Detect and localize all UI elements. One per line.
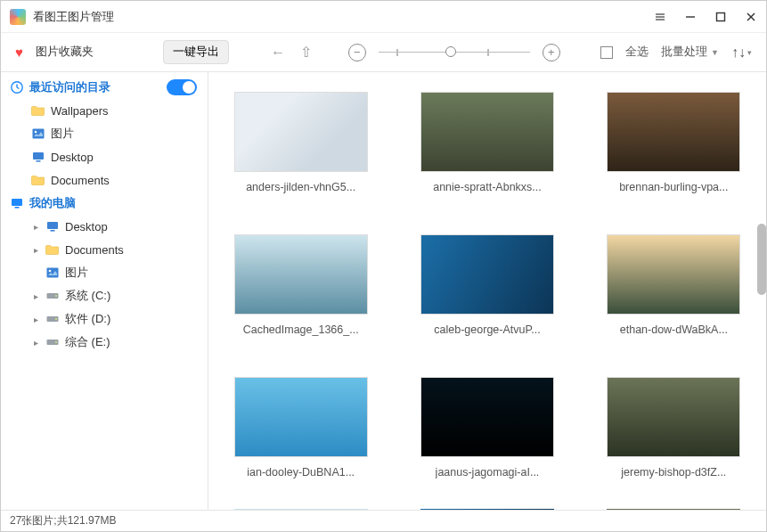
thumbnail-item[interactable]: ethan-dow-dWaBkA... (607, 234, 740, 336)
thumbnail-image[interactable] (607, 234, 740, 315)
folder-icon (31, 127, 45, 141)
sidebar: 最近访问的目录 Wallpapers图片DesktopDocuments 我的电… (1, 72, 208, 510)
thumbnail-caption: annie-spratt-Abnkxs... (433, 181, 542, 193)
expander-icon[interactable]: ▸ (31, 245, 40, 255)
zoom-in-button[interactable]: + (543, 44, 560, 61)
select-all-label: 全选 (625, 45, 649, 60)
up-button[interactable]: ⇧ (298, 44, 314, 61)
select-all-checkbox[interactable] (600, 46, 613, 59)
svg-point-19 (49, 270, 52, 273)
content-area: anders-jilden-vhnG5...annie-spratt-Abnkx… (208, 72, 766, 510)
folder-icon (31, 150, 45, 164)
svg-line-9 (17, 87, 20, 89)
thumbnail-caption: ethan-dow-dWaBkA... (620, 323, 728, 336)
sidebar-item-pc[interactable]: 图片 (1, 261, 208, 284)
sidebar-item-pc[interactable]: ▸综合 (E:) (1, 331, 208, 354)
monitor-icon (10, 196, 24, 210)
app-icon (10, 9, 26, 25)
recent-toggle[interactable] (167, 79, 197, 95)
folder-icon (31, 173, 45, 187)
sidebar-item-label: 图片 (51, 126, 74, 142)
toolbar: ♥ 图片收藏夹 一键导出 ← ⇧ − + 全选 批量处理 ▼ ↑↓▾ (1, 33, 766, 72)
thumbnail-item[interactable]: CachedImage_1366_... (234, 234, 368, 336)
svg-rect-4 (717, 12, 725, 20)
sidebar-item-recent[interactable]: 图片 (1, 122, 208, 145)
thumbnail-caption: brennan-burling-vpa... (619, 181, 728, 193)
zoom-out-button[interactable]: − (348, 44, 366, 61)
close-button[interactable] (745, 11, 757, 23)
thumbnail-image[interactable] (234, 234, 368, 315)
expander-icon[interactable]: ▸ (31, 291, 40, 301)
expander-icon[interactable]: ▸ (31, 222, 40, 232)
sidebar-item-label: 综合 (E:) (65, 334, 110, 350)
clock-icon (10, 80, 24, 94)
batch-label: 批量处理 (661, 45, 707, 60)
statusbar: 27张图片;共121.97MB (1, 510, 766, 531)
sort-button[interactable]: ↑↓▾ (731, 45, 752, 61)
sidebar-item-label: Documents (65, 243, 124, 257)
folder-icon (31, 103, 45, 118)
thumbnail-image[interactable] (607, 377, 740, 457)
drive-icon (45, 335, 60, 349)
sidebar-item-pc[interactable]: ▸Documents (1, 238, 208, 261)
drive-icon (45, 289, 60, 303)
sidebar-item-recent[interactable]: Desktop (1, 145, 208, 168)
minimize-button[interactable] (684, 11, 697, 23)
thumbnail-image[interactable] (234, 92, 368, 172)
window-buttons (654, 11, 757, 23)
thumbnail-caption: ian-dooley-DuBNA1... (247, 466, 355, 479)
thumbnail-partial[interactable] (234, 509, 368, 510)
thumbnail-caption: anders-jilden-vhnG5... (246, 181, 355, 193)
sidebar-mypc-header[interactable]: 我的电脑 (1, 192, 208, 215)
batch-process-dropdown[interactable]: 批量处理 ▼ (661, 45, 719, 60)
maximize-button[interactable] (714, 11, 727, 23)
sidebar-item-pc[interactable]: ▸Desktop (1, 215, 208, 238)
svg-rect-10 (33, 129, 45, 139)
monitor-icon (45, 219, 60, 233)
thumbnail-image[interactable] (607, 92, 740, 172)
recent-label: 最近访问的目录 (29, 79, 110, 95)
thumbnail-item[interactable]: caleb-george-AtvuP... (420, 234, 554, 336)
svg-rect-15 (15, 207, 20, 209)
expander-icon[interactable]: ▸ (31, 315, 40, 324)
thumbnail-item[interactable]: annie-spratt-Abnkxs... (420, 92, 554, 193)
favorites-label[interactable]: 图片收藏夹 (36, 45, 94, 60)
sidebar-item-recent[interactable]: Documents (1, 168, 208, 192)
status-text: 27张图片;共121.97MB (10, 513, 116, 528)
export-button[interactable]: 一键导出 (163, 40, 229, 64)
sidebar-item-label: 系统 (C:) (65, 288, 110, 304)
chevron-down-icon: ▼ (711, 48, 719, 57)
thumbnail-item[interactable]: jaanus-jagomagi-aI... (420, 377, 554, 479)
sidebar-item-pc[interactable]: ▸系统 (C:) (1, 284, 208, 307)
expander-icon[interactable]: ▸ (31, 338, 40, 348)
thumbnail-partial[interactable] (420, 509, 554, 510)
thumbnail-item[interactable]: ian-dooley-DuBNA1... (234, 377, 368, 479)
thumbnail-image[interactable] (234, 377, 368, 457)
sidebar-item-recent[interactable]: Wallpapers (1, 99, 208, 122)
body: 最近访问的目录 Wallpapers图片DesktopDocuments 我的电… (1, 72, 766, 510)
thumbnail-item[interactable]: anders-jilden-vhnG5... (234, 92, 368, 193)
sidebar-recent-header[interactable]: 最近访问的目录 (1, 76, 208, 99)
scrollbar-thumb[interactable] (757, 224, 766, 295)
titlebar: 看图王图片管理 (1, 1, 766, 33)
zoom-slider[interactable] (379, 44, 530, 61)
partial-row (208, 509, 766, 510)
svg-point-23 (55, 318, 57, 320)
thumbnail-image[interactable] (420, 92, 554, 172)
thumbnail-item[interactable]: jeremy-bishop-d3fZ... (607, 377, 740, 479)
sidebar-item-pc[interactable]: ▸软件 (D:) (1, 307, 208, 331)
thumbnail-item[interactable]: brennan-burling-vpa... (607, 92, 740, 193)
heart-icon: ♥ (15, 45, 23, 60)
sidebar-item-label: Desktop (51, 151, 94, 164)
thumbnail-partial[interactable] (607, 509, 740, 510)
thumbnail-image[interactable] (420, 377, 554, 457)
back-button[interactable]: ← (270, 45, 286, 61)
thumbnail-grid: anders-jilden-vhnG5...annie-spratt-Abnkx… (208, 72, 766, 498)
thumbnail-caption: jeremy-bishop-d3fZ... (621, 466, 726, 479)
svg-point-21 (55, 295, 57, 297)
thumbnail-caption: jaanus-jagomagi-aI... (436, 466, 540, 479)
thumbnail-caption: caleb-george-AtvuP... (434, 323, 540, 336)
thumbnail-image[interactable] (420, 234, 554, 315)
menu-icon[interactable] (654, 11, 666, 23)
svg-rect-14 (12, 199, 22, 206)
